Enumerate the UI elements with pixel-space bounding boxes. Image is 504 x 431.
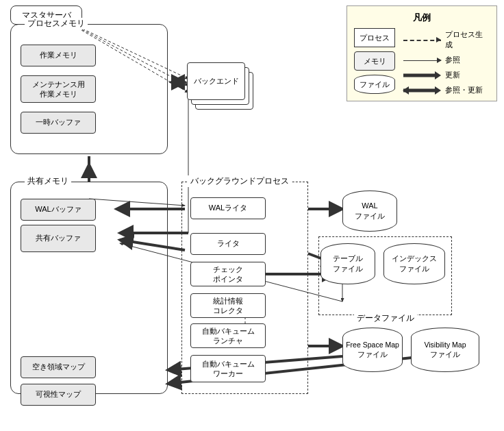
legend-arrow-process-label: プロセス生成 <box>445 29 490 50</box>
checkpointer-label: チェック ポインタ <box>213 264 243 284</box>
backend-box: バックエンド <box>187 62 245 100</box>
autovacuum-worker-label: 自動バキューム ワーカー <box>202 359 255 379</box>
shared-buffer-box: 共有バッファ <box>21 225 96 252</box>
legend-memory-label: メモリ <box>364 56 386 66</box>
legend-arrow-both-label: 参照・更新 <box>445 85 483 95</box>
legend-arrow-update-label: 更新 <box>445 70 460 80</box>
legend-process-label: プロセス <box>360 33 390 43</box>
autovacuum-launcher-label: 自動バキューム ランチャ <box>202 326 255 346</box>
maintenance-memory-label: メンテナンス用 作業メモリ <box>32 79 85 99</box>
temp-buffer-label: 一時バッファ <box>36 117 81 127</box>
temp-buffer-box: 一時バッファ <box>21 112 96 134</box>
free-space-map-file-label: Free Space Map ファイル <box>346 341 399 359</box>
diagram-container: マスタサーバ プロセスメモリ 作業メモリ メンテナンス用 作業メモリ 一時バッフ… <box>0 0 504 431</box>
table-file-label: テーブル ファイル <box>333 254 363 275</box>
autovacuum-launcher-box: 自動バキューム ランチャ <box>190 323 266 348</box>
legend-file-label: ファイル <box>360 79 390 90</box>
writer-label: ライタ <box>217 238 240 249</box>
legend-arrow-ref-label: 参照 <box>445 55 460 65</box>
process-memory-label: プロセスメモリ <box>25 18 88 29</box>
visibility-map-box: 可視性マップ <box>21 384 96 406</box>
shared-buffer-label: 共有バッファ <box>36 233 81 243</box>
legend-title: 凡例 <box>354 12 490 24</box>
wal-file-label: WAL ファイル <box>355 201 385 222</box>
stats-collector-box: 統計情報 コレクタ <box>190 293 266 318</box>
visibility-map-file-label: Visibility Map ファイル <box>424 341 466 359</box>
index-file-cylinder: インデックス ファイル <box>383 243 445 284</box>
index-file-label: インデックス ファイル <box>392 254 437 275</box>
backend-label: バックエンド <box>194 76 239 86</box>
wal-writer-label: WALライタ <box>209 203 247 213</box>
empty-space-map-box: 空き領域マップ <box>21 356 96 378</box>
checkpointer-box: チェック ポインタ <box>190 262 266 286</box>
autovacuum-worker-box: 自動バキューム ワーカー <box>190 355 266 382</box>
table-file-cylinder: テーブル ファイル <box>320 243 375 284</box>
visibility-map-label: 可視性マップ <box>36 389 81 399</box>
visibility-map-file-cylinder: Visibility Map ファイル <box>411 328 479 372</box>
work-memory-box: 作業メモリ <box>21 45 96 66</box>
maintenance-memory-box: メンテナンス用 作業メモリ <box>21 75 96 103</box>
data-files-label: データファイル <box>354 312 417 324</box>
free-space-map-file-cylinder: Free Space Map ファイル <box>342 328 403 372</box>
empty-space-map-label: 空き領域マップ <box>32 362 85 372</box>
writer-box: ライタ <box>190 233 266 255</box>
legend-box: 凡例 プロセス メモリ ファイル <box>346 5 497 101</box>
legend-process-shape: プロセス <box>354 28 395 47</box>
legend-file-shape: ファイル <box>354 75 395 94</box>
work-memory-label: 作業メモリ <box>40 50 77 60</box>
wal-writer-box: WALライタ <box>190 197 266 219</box>
wal-buffer-label: WALバッファ <box>35 204 81 214</box>
stats-collector-label: 統計情報 コレクタ <box>213 296 243 316</box>
legend-memory-shape: メモリ <box>354 51 395 71</box>
wal-buffer-box: WALバッファ <box>21 199 96 221</box>
bg-process-label: バックグラウンドプロセス <box>188 175 292 187</box>
shared-memory-label: 共有メモリ <box>25 175 71 187</box>
wal-file-cylinder: WAL ファイル <box>342 190 397 232</box>
